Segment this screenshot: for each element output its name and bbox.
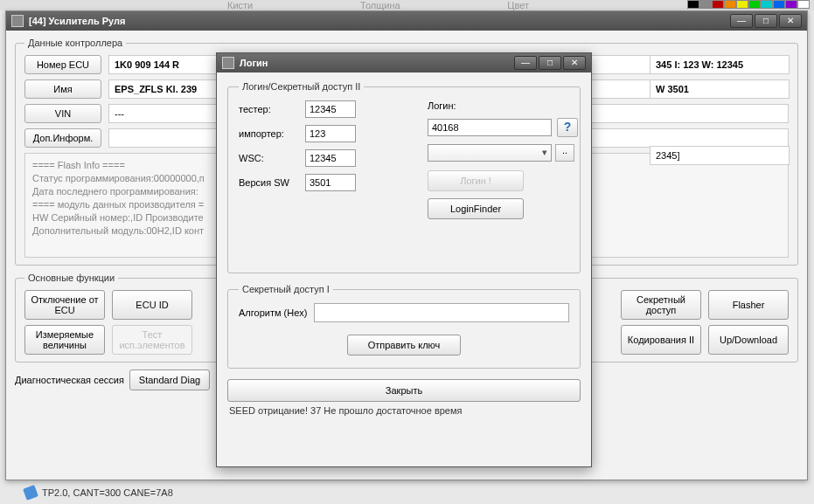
name-label[interactable]: Имя	[24, 79, 101, 99]
dialog-maximize-button[interactable]: □	[539, 56, 561, 70]
sw-version-input[interactable]	[305, 174, 356, 191]
wsc-label: WSC:	[239, 153, 305, 163]
dialog-window-icon	[222, 57, 234, 69]
actuator-test-button: Тест исп.элементов	[112, 325, 192, 355]
controller-data-legend: Данные контроллера	[24, 38, 126, 48]
tester-input[interactable]	[305, 100, 356, 118]
ecu-id-button[interactable]: ECU ID	[112, 290, 192, 320]
login-combo[interactable]	[428, 144, 552, 162]
window-icon	[11, 15, 24, 27]
vin-label[interactable]: VIN	[24, 104, 101, 123]
right-val-2: W 3501	[650, 79, 790, 99]
login-group-legend: Логин/Секретный доступ II	[239, 81, 364, 92]
login-submit-button: Логин !	[428, 170, 524, 191]
sw-version-label: Версия SW	[239, 177, 305, 188]
bg-label: Кисти	[227, 0, 253, 10]
right-val-3: 2345]	[650, 146, 790, 165]
diag-session-label: Диагностическая сессия	[15, 375, 124, 385]
algorithm-label: Алгоритм (Hex)	[239, 307, 307, 318]
login-finder-button[interactable]: LoginFinder	[428, 198, 524, 219]
flasher-button[interactable]: Flasher	[708, 290, 789, 320]
status-message: SEED отрицание! 37 Не прошло достаточное…	[227, 402, 581, 419]
right-values: 345 I: 123 W: 12345 W 3501 2345]	[650, 55, 790, 170]
help-button[interactable]: ?	[557, 118, 578, 137]
wsc-input[interactable]	[305, 149, 356, 167]
login-dialog: Логин — □ ✕ Логин/Секретный доступ II те…	[216, 52, 592, 467]
login-label: Логин:	[428, 100, 466, 111]
ecu-number-label[interactable]: Номер ECU	[24, 55, 101, 74]
bg-label: Толщина	[360, 0, 400, 10]
main-titlebar[interactable]: [44] Усилитель Руля — □ ✕	[6, 11, 807, 31]
footer-status: TP2.0, CANT=300 CANE=7A8	[24, 487, 173, 499]
tester-label: тестер:	[239, 104, 305, 114]
secret-access-button[interactable]: Секретный доступ	[621, 290, 701, 320]
up-download-button[interactable]: Up/Download	[708, 325, 789, 355]
login-code-input[interactable]	[428, 119, 552, 136]
algorithm-input[interactable]	[314, 303, 569, 322]
dialog-title: Логин	[240, 58, 514, 68]
dialog-titlebar[interactable]: Логин — □ ✕	[217, 53, 591, 72]
disconnect-ecu-button[interactable]: Отключение от ECU	[24, 290, 105, 320]
color-palette	[687, 0, 810, 9]
close-button[interactable]: ✕	[779, 14, 802, 28]
secret-access-i-legend: Секретный доступ I	[239, 284, 333, 294]
background-toolbar: Кисти Толщина Цвет	[0, 0, 814, 10]
browse-button[interactable]: ..	[555, 144, 574, 162]
main-functions-legend: Основные функции	[24, 273, 118, 283]
maximize-button[interactable]: □	[755, 14, 777, 28]
dialog-minimize-button[interactable]: —	[514, 56, 537, 70]
measured-values-button[interactable]: Измеряемые величины	[24, 325, 105, 355]
standard-diag-button[interactable]: Standard Diag	[129, 369, 210, 390]
connection-icon	[23, 485, 38, 501]
footer-text: TP2.0, CANT=300 CANE=7A8	[42, 487, 173, 498]
right-val-1: 345 I: 123 W: 12345	[650, 55, 790, 74]
minimize-button[interactable]: —	[730, 14, 753, 28]
importer-label: импортер:	[239, 128, 305, 139]
login-secret-access-ii-group: Логин/Секретный доступ II тестер: импорт…	[227, 81, 581, 273]
window-title: [44] Усилитель Руля	[29, 16, 730, 26]
extra-info-label[interactable]: Доп.Информ.	[24, 128, 101, 148]
bg-label: Цвет	[507, 0, 529, 10]
importer-input[interactable]	[305, 125, 356, 142]
send-key-button[interactable]: Отправить ключ	[347, 335, 461, 356]
secret-access-i-group: Секретный доступ I Алгоритм (Hex) Отправ…	[227, 284, 581, 369]
coding-ii-button[interactable]: Кодирования II	[621, 325, 701, 355]
dialog-close-main-button[interactable]: Закрыть	[227, 379, 581, 402]
dialog-close-button[interactable]: ✕	[563, 56, 586, 70]
